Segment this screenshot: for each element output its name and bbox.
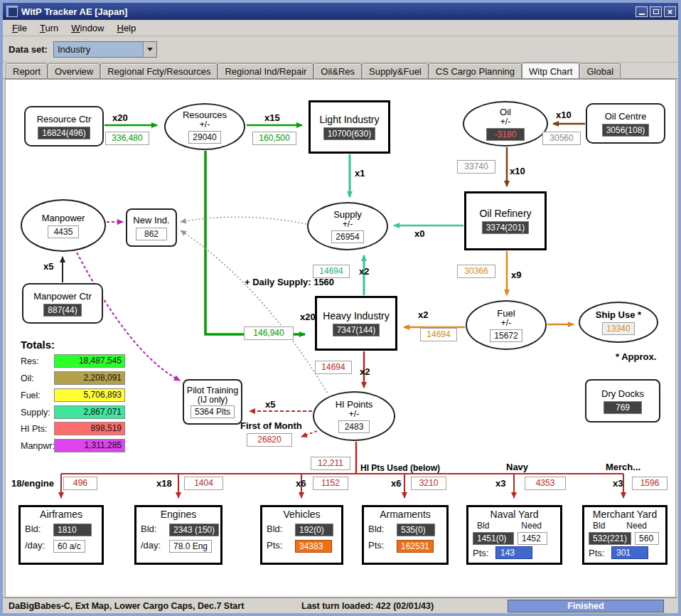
node-heavy-industry: Heavy Industry 7347(144) — [315, 296, 397, 351]
totals-value-manpwr: 1,311,285 — [54, 439, 125, 452]
edge-mult: x20 — [300, 312, 316, 322]
factory-naval-yard: Naval Yard Bld Need 1451(0) 1452 Pts: 14… — [466, 505, 562, 565]
node-supply: Supply +/- 26954 — [307, 202, 388, 250]
edge-value: 30366 — [457, 265, 495, 278]
node-value: 887(44) — [43, 304, 82, 317]
node-sub: +/- — [349, 410, 359, 418]
edge-value: 30560 — [542, 132, 581, 145]
tab-oil-res[interactable]: Oil&Res — [313, 63, 362, 78]
node-oil-refinery: Oil Refinery 3374(201) — [464, 191, 547, 250]
edge-mult: x0 — [414, 228, 424, 239]
edge-value: 160,500 — [252, 132, 296, 145]
node-value: 3056(108) — [602, 124, 650, 137]
dataset-combo-button[interactable] — [143, 42, 156, 57]
factory-head: Bld Need — [468, 521, 560, 531]
node-title: Light Industry — [319, 114, 379, 125]
bld-label: Bld: — [368, 524, 394, 534]
tab-supply-fuel[interactable]: Supply&Fuel — [362, 63, 429, 78]
daily-supply-note: + Daily Supply: 1560 — [245, 277, 334, 287]
totals-row: Supply: 2,867,071 — [21, 405, 125, 419]
node-pilot-training: Pilot Training (IJ only) 5364 Plts — [183, 379, 242, 425]
bld-label: Bld: — [267, 524, 292, 534]
menu-help[interactable]: Help — [110, 23, 142, 33]
dataset-combo-value: Industry — [54, 42, 143, 57]
tab-regional-fcty-resources[interactable]: Regional Fcty/Resources — [100, 63, 218, 78]
bld-value: 535(0) — [397, 524, 435, 536]
close-button[interactable]: × — [664, 6, 676, 17]
merch-label: Merch... — [606, 462, 640, 472]
window-buttons: × — [633, 6, 676, 17]
edge-value: 33740 — [457, 160, 495, 174]
close-icon: × — [667, 7, 673, 16]
tab-witp-chart[interactable]: Witp Chart — [522, 63, 579, 78]
node-fuel: Fuel +/- 15672 — [466, 300, 547, 350]
tab-regional-ind-repair[interactable]: Regional Ind/Repair — [218, 63, 313, 78]
node-value: 16824(496) — [38, 127, 90, 139]
node-title: HI Points — [336, 399, 373, 410]
node-value: 10700(630) — [323, 127, 375, 140]
dataset-label: Data set: — [9, 44, 48, 55]
totals-label: Res: — [21, 356, 54, 366]
mult-naval-yard: x3 — [495, 478, 505, 489]
pts-value: 143 — [495, 546, 532, 559]
window-titlebar: WitP Tracker AE [Japan] × — [3, 3, 678, 20]
pts-label: Pts: — [368, 540, 394, 551]
mult-merchant-yard: x3 — [613, 478, 623, 489]
chart-canvas: Resource Ctr 16824(496) Resources +/- 29… — [5, 79, 676, 598]
edge-resources-heavyindustry — [205, 151, 305, 334]
used-vehicles: 1152 — [313, 477, 348, 490]
node-value: 13340 — [602, 322, 634, 335]
menu-window[interactable]: Window — [65, 23, 110, 33]
menu-bar: File Turn Window Help — [3, 20, 678, 36]
node-title: Heavy Industry — [323, 310, 389, 322]
last-turn-label: Last turn loaded: 422 (02/01/43) — [301, 601, 434, 611]
node-manpower-ctr: Manpower Ctr 887(44) — [22, 283, 103, 324]
factory-engines: Engines Bld: 2343 (150) /day: 78.0 Eng — [134, 505, 222, 565]
node-light-industry: Light Industry 10700(630) — [309, 100, 390, 154]
edge-value: 146,940 — [244, 326, 294, 340]
totals-value-oil: 2,208,091 — [54, 371, 125, 385]
node-title: Oil Refinery — [479, 208, 531, 219]
node-resources: Resources +/- 29040 — [164, 103, 245, 150]
node-title: Resources — [183, 110, 227, 120]
node-title: Resource Ctr — [37, 114, 92, 124]
node-value: 5364 Plts — [191, 405, 235, 418]
node-value: 15672 — [490, 329, 522, 342]
tab-overview[interactable]: Overview — [48, 63, 100, 78]
node-sub: +/- — [500, 117, 510, 126]
need-label: Need — [626, 521, 647, 531]
totals-row: Manpwr: 1,311,285 — [21, 439, 125, 452]
app-window: WitP Tracker AE [Japan] × File Turn Wind… — [0, 0, 681, 616]
used-merchant-yard: 1596 — [632, 477, 667, 490]
tab-report[interactable]: Report — [6, 63, 48, 78]
tab-cs-cargo-planning[interactable]: CS Cargo Planning — [429, 63, 522, 78]
factory-title: Airframes — [21, 509, 102, 520]
bld-label: Bld — [593, 521, 605, 531]
menu-turn[interactable]: Turn — [33, 23, 65, 33]
pts-label: Pts: — [589, 548, 608, 558]
edge-value: 14694 — [420, 328, 457, 341]
tab-global[interactable]: Global — [579, 63, 621, 78]
scenario-label: DaBigBabes-C, Ext Map, Lower Cargo Caps,… — [9, 601, 244, 611]
bld-value: 532(221) — [589, 532, 631, 545]
totals-row: Res: 18,487,545 — [21, 354, 125, 368]
menu-file[interactable]: File — [6, 23, 33, 33]
edge-mult: x9 — [511, 270, 521, 280]
factory-vehicles: Vehicles Bld: 192(0) Pts: 34383 — [260, 505, 343, 565]
node-title: Pilot Training — [187, 386, 238, 395]
bld-value: 1451(0) — [473, 532, 514, 545]
mult-armaments: x6 — [391, 478, 401, 489]
bld-value: 192(0) — [295, 524, 333, 536]
totals-value-fuel: 5,706,893 — [54, 388, 125, 402]
maximize-button[interactable] — [650, 6, 662, 17]
factory-title: Naval Yard — [468, 509, 560, 520]
minimize-button[interactable] — [636, 6, 648, 17]
pts-value: 162531 — [397, 540, 434, 553]
totals-label: Supply: — [21, 408, 54, 418]
edge-mult: x2 — [360, 366, 370, 377]
node-title: Fuel — [497, 308, 515, 319]
dataset-combo[interactable]: Industry — [53, 41, 157, 58]
need-value: 560 — [635, 532, 659, 545]
node-value: 769 — [604, 401, 642, 414]
window-title: WitP Tracker AE [Japan] — [21, 6, 633, 17]
